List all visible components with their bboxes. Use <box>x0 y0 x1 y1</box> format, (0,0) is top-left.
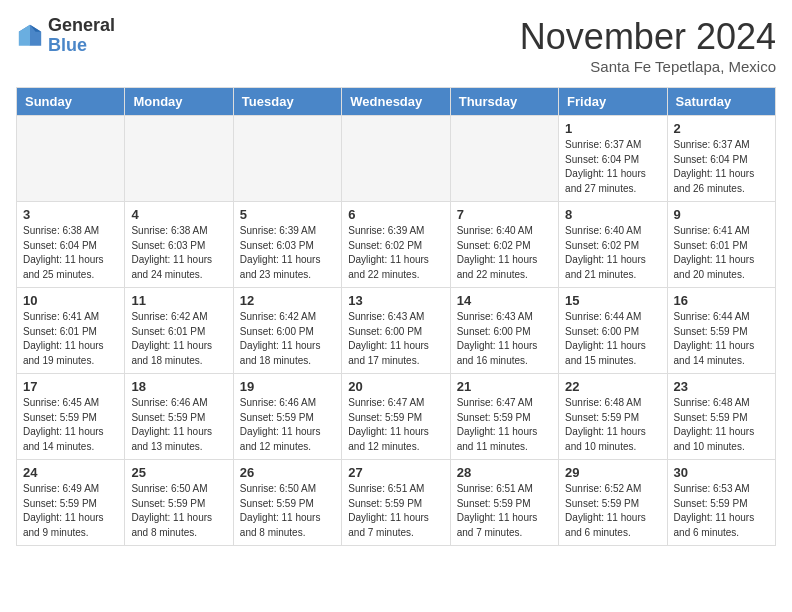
day-info: Sunrise: 6:48 AMSunset: 5:59 PMDaylight:… <box>565 396 660 454</box>
calendar-cell <box>125 116 233 202</box>
day-info: Sunrise: 6:41 AMSunset: 6:01 PMDaylight:… <box>674 224 769 282</box>
calendar-cell: 23Sunrise: 6:48 AMSunset: 5:59 PMDayligh… <box>667 374 775 460</box>
calendar-cell: 11Sunrise: 6:42 AMSunset: 6:01 PMDayligh… <box>125 288 233 374</box>
calendar-cell <box>17 116 125 202</box>
day-info: Sunrise: 6:44 AMSunset: 6:00 PMDaylight:… <box>565 310 660 368</box>
day-number: 29 <box>565 465 660 480</box>
day-info: Sunrise: 6:47 AMSunset: 5:59 PMDaylight:… <box>457 396 552 454</box>
day-info: Sunrise: 6:40 AMSunset: 6:02 PMDaylight:… <box>457 224 552 282</box>
day-number: 16 <box>674 293 769 308</box>
day-info: Sunrise: 6:52 AMSunset: 5:59 PMDaylight:… <box>565 482 660 540</box>
day-number: 11 <box>131 293 226 308</box>
calendar-cell: 2Sunrise: 6:37 AMSunset: 6:04 PMDaylight… <box>667 116 775 202</box>
day-info: Sunrise: 6:48 AMSunset: 5:59 PMDaylight:… <box>674 396 769 454</box>
day-number: 10 <box>23 293 118 308</box>
day-number: 3 <box>23 207 118 222</box>
day-number: 17 <box>23 379 118 394</box>
calendar-cell: 24Sunrise: 6:49 AMSunset: 5:59 PMDayligh… <box>17 460 125 546</box>
day-info: Sunrise: 6:42 AMSunset: 6:01 PMDaylight:… <box>131 310 226 368</box>
day-info: Sunrise: 6:53 AMSunset: 5:59 PMDaylight:… <box>674 482 769 540</box>
day-info: Sunrise: 6:39 AMSunset: 6:02 PMDaylight:… <box>348 224 443 282</box>
day-number: 22 <box>565 379 660 394</box>
calendar-week-row: 24Sunrise: 6:49 AMSunset: 5:59 PMDayligh… <box>17 460 776 546</box>
day-info: Sunrise: 6:44 AMSunset: 5:59 PMDaylight:… <box>674 310 769 368</box>
calendar-cell: 16Sunrise: 6:44 AMSunset: 5:59 PMDayligh… <box>667 288 775 374</box>
day-number: 30 <box>674 465 769 480</box>
day-info: Sunrise: 6:39 AMSunset: 6:03 PMDaylight:… <box>240 224 335 282</box>
day-info: Sunrise: 6:49 AMSunset: 5:59 PMDaylight:… <box>23 482 118 540</box>
calendar-cell: 12Sunrise: 6:42 AMSunset: 6:00 PMDayligh… <box>233 288 341 374</box>
day-number: 9 <box>674 207 769 222</box>
day-info: Sunrise: 6:41 AMSunset: 6:01 PMDaylight:… <box>23 310 118 368</box>
weekday-header-row: SundayMondayTuesdayWednesdayThursdayFrid… <box>17 88 776 116</box>
month-title: November 2024 <box>520 16 776 58</box>
calendar-cell: 26Sunrise: 6:50 AMSunset: 5:59 PMDayligh… <box>233 460 341 546</box>
calendar-cell: 8Sunrise: 6:40 AMSunset: 6:02 PMDaylight… <box>559 202 667 288</box>
title-block: November 2024 Santa Fe Tepetlapa, Mexico <box>520 16 776 75</box>
calendar: SundayMondayTuesdayWednesdayThursdayFrid… <box>16 87 776 546</box>
day-info: Sunrise: 6:37 AMSunset: 6:04 PMDaylight:… <box>674 138 769 196</box>
calendar-cell: 29Sunrise: 6:52 AMSunset: 5:59 PMDayligh… <box>559 460 667 546</box>
calendar-cell: 18Sunrise: 6:46 AMSunset: 5:59 PMDayligh… <box>125 374 233 460</box>
day-info: Sunrise: 6:46 AMSunset: 5:59 PMDaylight:… <box>240 396 335 454</box>
day-number: 4 <box>131 207 226 222</box>
day-number: 24 <box>23 465 118 480</box>
calendar-cell: 14Sunrise: 6:43 AMSunset: 6:00 PMDayligh… <box>450 288 558 374</box>
day-number: 2 <box>674 121 769 136</box>
day-info: Sunrise: 6:40 AMSunset: 6:02 PMDaylight:… <box>565 224 660 282</box>
calendar-cell: 1Sunrise: 6:37 AMSunset: 6:04 PMDaylight… <box>559 116 667 202</box>
logo: General Blue <box>16 16 115 56</box>
day-info: Sunrise: 6:43 AMSunset: 6:00 PMDaylight:… <box>457 310 552 368</box>
day-number: 18 <box>131 379 226 394</box>
day-number: 26 <box>240 465 335 480</box>
day-info: Sunrise: 6:46 AMSunset: 5:59 PMDaylight:… <box>131 396 226 454</box>
day-info: Sunrise: 6:45 AMSunset: 5:59 PMDaylight:… <box>23 396 118 454</box>
calendar-cell <box>233 116 341 202</box>
location: Santa Fe Tepetlapa, Mexico <box>520 58 776 75</box>
calendar-cell: 20Sunrise: 6:47 AMSunset: 5:59 PMDayligh… <box>342 374 450 460</box>
day-info: Sunrise: 6:38 AMSunset: 6:03 PMDaylight:… <box>131 224 226 282</box>
calendar-cell <box>450 116 558 202</box>
calendar-cell: 21Sunrise: 6:47 AMSunset: 5:59 PMDayligh… <box>450 374 558 460</box>
calendar-cell: 22Sunrise: 6:48 AMSunset: 5:59 PMDayligh… <box>559 374 667 460</box>
weekday-header: Friday <box>559 88 667 116</box>
day-info: Sunrise: 6:50 AMSunset: 5:59 PMDaylight:… <box>240 482 335 540</box>
calendar-cell: 13Sunrise: 6:43 AMSunset: 6:00 PMDayligh… <box>342 288 450 374</box>
weekday-header: Tuesday <box>233 88 341 116</box>
day-number: 19 <box>240 379 335 394</box>
calendar-cell: 17Sunrise: 6:45 AMSunset: 5:59 PMDayligh… <box>17 374 125 460</box>
day-info: Sunrise: 6:47 AMSunset: 5:59 PMDaylight:… <box>348 396 443 454</box>
day-number: 13 <box>348 293 443 308</box>
day-number: 12 <box>240 293 335 308</box>
day-number: 7 <box>457 207 552 222</box>
weekday-header: Thursday <box>450 88 558 116</box>
day-info: Sunrise: 6:50 AMSunset: 5:59 PMDaylight:… <box>131 482 226 540</box>
weekday-header: Sunday <box>17 88 125 116</box>
calendar-cell: 25Sunrise: 6:50 AMSunset: 5:59 PMDayligh… <box>125 460 233 546</box>
day-info: Sunrise: 6:42 AMSunset: 6:00 PMDaylight:… <box>240 310 335 368</box>
day-number: 27 <box>348 465 443 480</box>
day-info: Sunrise: 6:38 AMSunset: 6:04 PMDaylight:… <box>23 224 118 282</box>
day-number: 5 <box>240 207 335 222</box>
svg-marker-2 <box>19 25 30 46</box>
day-number: 15 <box>565 293 660 308</box>
day-number: 8 <box>565 207 660 222</box>
calendar-cell: 15Sunrise: 6:44 AMSunset: 6:00 PMDayligh… <box>559 288 667 374</box>
day-info: Sunrise: 6:37 AMSunset: 6:04 PMDaylight:… <box>565 138 660 196</box>
day-number: 25 <box>131 465 226 480</box>
calendar-cell: 28Sunrise: 6:51 AMSunset: 5:59 PMDayligh… <box>450 460 558 546</box>
calendar-week-row: 3Sunrise: 6:38 AMSunset: 6:04 PMDaylight… <box>17 202 776 288</box>
logo-icon <box>16 22 44 50</box>
calendar-cell: 30Sunrise: 6:53 AMSunset: 5:59 PMDayligh… <box>667 460 775 546</box>
day-number: 28 <box>457 465 552 480</box>
weekday-header: Wednesday <box>342 88 450 116</box>
day-info: Sunrise: 6:43 AMSunset: 6:00 PMDaylight:… <box>348 310 443 368</box>
calendar-week-row: 17Sunrise: 6:45 AMSunset: 5:59 PMDayligh… <box>17 374 776 460</box>
day-info: Sunrise: 6:51 AMSunset: 5:59 PMDaylight:… <box>457 482 552 540</box>
day-number: 6 <box>348 207 443 222</box>
day-number: 1 <box>565 121 660 136</box>
calendar-cell: 7Sunrise: 6:40 AMSunset: 6:02 PMDaylight… <box>450 202 558 288</box>
page-header: General Blue November 2024 Santa Fe Tepe… <box>16 16 776 75</box>
calendar-cell: 3Sunrise: 6:38 AMSunset: 6:04 PMDaylight… <box>17 202 125 288</box>
day-info: Sunrise: 6:51 AMSunset: 5:59 PMDaylight:… <box>348 482 443 540</box>
